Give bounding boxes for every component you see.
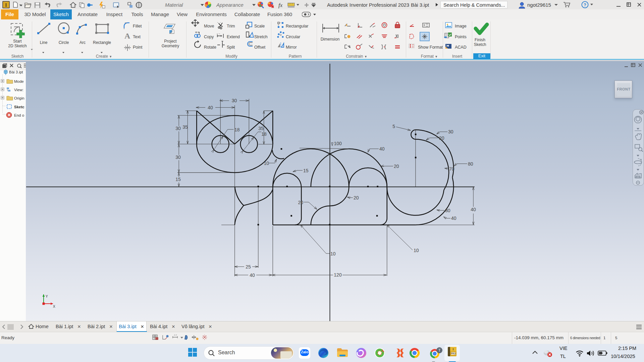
svg-text:70: 70 [449, 166, 454, 172]
svg-text:35: 35 [182, 124, 188, 130]
svg-text:15: 15 [303, 168, 309, 173]
svg-text:A: A [124, 32, 130, 40]
svg-text:30: 30 [175, 126, 181, 131]
svg-text:30: 30 [175, 155, 181, 160]
svg-text:Origin: Origin [14, 96, 24, 100]
svg-text:20: 20 [394, 164, 399, 169]
svg-text:10: 10 [414, 248, 419, 253]
svg-text:120: 120 [334, 272, 342, 278]
svg-text:30: 30 [448, 129, 453, 134]
svg-text:Y: Y [46, 295, 48, 298]
svg-text:15: 15 [175, 177, 181, 182]
svg-text:40: 40 [208, 105, 213, 110]
svg-text:20: 20 [439, 135, 444, 141]
svg-text:25: 25 [246, 264, 251, 269]
svg-text:5: 5 [392, 124, 395, 129]
svg-text:40: 40 [250, 273, 255, 278]
svg-text:T: T [438, 348, 441, 352]
svg-text:40: 40 [379, 146, 385, 152]
svg-text:30: 30 [445, 208, 450, 213]
svg-text:30: 30 [232, 98, 237, 103]
svg-text:?: ? [584, 2, 586, 7]
svg-text:40: 40 [451, 216, 457, 221]
svg-text:80: 80 [468, 161, 473, 167]
svg-text:18: 18 [234, 127, 240, 132]
svg-text:10: 10 [330, 251, 336, 256]
svg-text:100: 100 [334, 141, 342, 146]
svg-text:PRO: PRO [451, 352, 455, 355]
svg-text:I: I [452, 348, 454, 351]
svg-text:Appearance: Appearance [216, 2, 244, 8]
svg-text:20: 20 [354, 195, 359, 200]
svg-text:fx: fx [278, 2, 283, 8]
svg-text:Sketc: Sketc [14, 105, 24, 109]
svg-text:I: I [5, 2, 7, 8]
svg-text:Bài 3.ipt: Bài 3.ipt [9, 70, 23, 74]
svg-text:End o: End o [14, 113, 24, 117]
svg-text:35: 35 [258, 126, 264, 131]
svg-text:18: 18 [261, 131, 267, 137]
svg-text:View:: View: [14, 88, 23, 92]
svg-text:20: 20 [298, 200, 303, 205]
svg-text:40: 40 [471, 207, 476, 212]
svg-text:X: X [53, 305, 55, 308]
svg-text:Mode: Mode [14, 79, 24, 83]
svg-text:Material: Material [165, 2, 183, 8]
svg-text:10: 10 [264, 161, 269, 166]
